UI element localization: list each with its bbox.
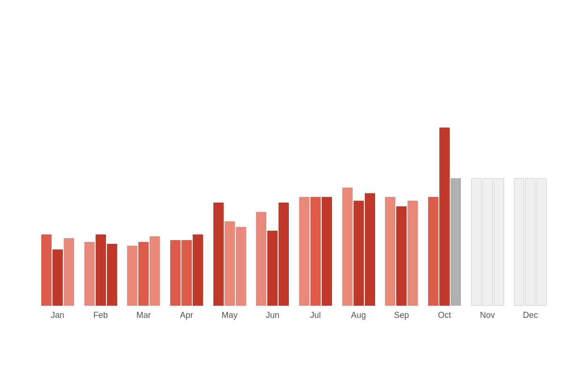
bar: [107, 244, 117, 306]
bar: [181, 240, 192, 306]
bar: [170, 240, 181, 306]
bar: [213, 203, 224, 306]
bar: [127, 246, 137, 306]
month-label-mar: Mar: [122, 310, 165, 320]
bar: [494, 178, 504, 306]
bar: [41, 234, 52, 306]
bar: [525, 178, 535, 306]
bar: [428, 197, 438, 306]
bar: [471, 178, 482, 306]
bar: [236, 227, 246, 306]
month-group-feb: [79, 48, 122, 306]
bar: [396, 206, 407, 306]
bar: [385, 197, 395, 306]
bar: [322, 197, 332, 306]
month-group-apr: [165, 48, 208, 306]
bar: [299, 197, 309, 306]
month-label-feb: Feb: [79, 310, 122, 320]
month-label-jul: Jul: [294, 310, 337, 320]
bar: [354, 201, 364, 306]
month-group-jun: [251, 48, 294, 306]
bar: [256, 212, 266, 306]
month-label-aug: Aug: [337, 310, 380, 320]
bar: [53, 249, 63, 306]
month-label-nov: Nov: [466, 310, 509, 320]
month-label-jun: Jun: [251, 310, 294, 320]
bar: [536, 178, 547, 306]
chart-area: [36, 48, 552, 306]
month-group-dec: [509, 48, 552, 306]
month-label-sep: Sep: [380, 310, 423, 320]
month-label-jan: Jan: [36, 310, 79, 320]
bar: [365, 193, 375, 306]
x-axis: JanFebMarAprMayJunJulAugSepOctNovDec: [36, 306, 552, 329]
bar: [342, 188, 353, 306]
bar: [96, 234, 106, 306]
bar: [84, 242, 95, 306]
month-label-may: May: [208, 310, 251, 320]
month-group-jan: [36, 48, 79, 306]
month-group-may: [208, 48, 251, 306]
month-label-apr: Apr: [165, 310, 208, 320]
bar: [407, 201, 418, 306]
month-group-sep: [380, 48, 423, 306]
month-group-aug: [337, 48, 380, 306]
bar: [310, 197, 321, 306]
bar: [225, 221, 235, 306]
bar: [451, 178, 461, 306]
bar: [482, 178, 493, 306]
bar: [439, 128, 450, 306]
bar: [267, 231, 278, 306]
bar: [64, 238, 74, 306]
month-group-jul: [294, 48, 337, 306]
month-group-mar: [122, 48, 165, 306]
month-group-oct: [423, 48, 466, 306]
month-group-nov: [466, 48, 509, 306]
bar: [193, 234, 203, 306]
month-label-dec: Dec: [509, 310, 552, 320]
chart-container: JanFebMarAprMayJunJulAugSepOctNovDec: [36, 48, 552, 329]
bar: [279, 203, 289, 306]
bar: [514, 178, 524, 306]
month-label-oct: Oct: [423, 310, 466, 320]
bar: [138, 242, 149, 306]
bar: [150, 236, 160, 306]
